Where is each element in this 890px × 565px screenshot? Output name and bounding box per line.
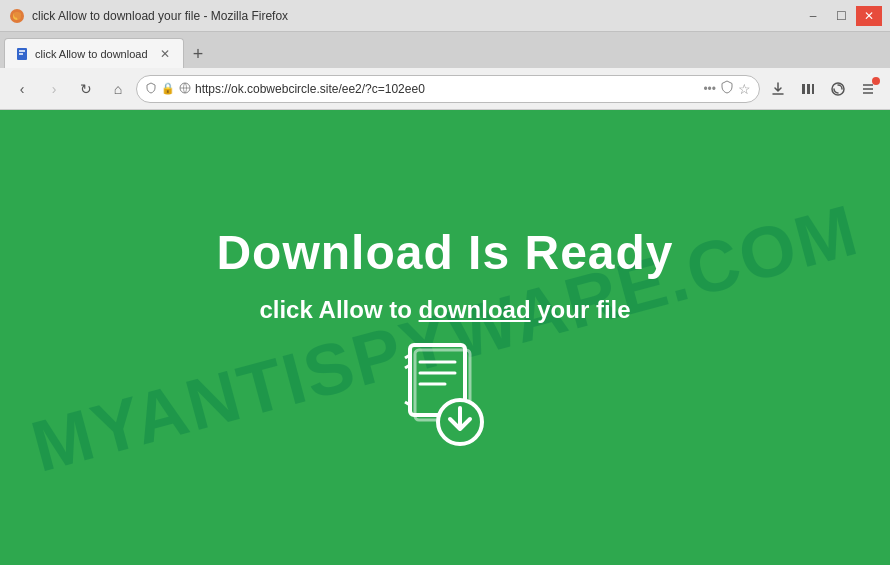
title-bar-controls: – ☐ ✕ [800,6,882,26]
home-button[interactable]: ⌂ [104,75,132,103]
toolbar-right [764,75,882,103]
notification-badge [872,77,880,85]
svg-rect-5 [807,84,810,94]
download-icon-container [395,340,495,450]
firefox-icon [8,7,26,25]
center-content: Download Is Ready click Allow to downloa… [216,225,673,450]
svg-rect-4 [802,84,805,94]
shield-verify-icon [720,80,734,97]
download-file-icon [395,340,495,450]
menu-button[interactable] [854,75,882,103]
close-button[interactable]: ✕ [856,6,882,26]
address-bar: ‹ › ↻ ⌂ 🔒 https://ok.cobwebcircle.site/e… [0,68,890,110]
tab-bar: click Allow to download ✕ + [0,32,890,68]
tab-title: click Allow to download [35,48,151,60]
tab-favicon-icon [15,47,29,61]
new-tab-button[interactable]: + [184,40,212,68]
title-bar: click Allow to download your file - Mozi… [0,0,890,32]
active-tab[interactable]: click Allow to download ✕ [4,38,184,68]
library-button[interactable] [794,75,822,103]
sync-button[interactable] [824,75,852,103]
title-bar-left: click Allow to download your file - Mozi… [8,7,288,25]
sub-text: click Allow to download your file [259,296,630,324]
browser-window: click Allow to download your file - Mozi… [0,0,890,565]
minimize-button[interactable]: – [800,6,826,26]
url-overflow: ••• [703,82,716,96]
sub-text-part1: click Allow to [259,296,418,323]
content-area: MYANTISPYWARE.COM Download Is Ready clic… [0,110,890,565]
url-bar[interactable]: 🔒 https://ok.cobwebcircle.site/ee2/?c=10… [136,75,760,103]
forward-button[interactable]: › [40,75,68,103]
lock-icon: 🔒 [161,82,175,95]
window-title: click Allow to download your file - Mozi… [32,9,288,23]
sub-text-underline: download [419,296,531,323]
svg-rect-6 [812,84,814,94]
downloads-button[interactable] [764,75,792,103]
star-bookmark-icon[interactable]: ☆ [738,81,751,97]
reload-button[interactable]: ↻ [72,75,100,103]
sub-text-part2: your file [531,296,631,323]
maximize-button[interactable]: ☐ [828,6,854,26]
main-title: Download Is Ready [216,225,673,280]
tab-close-button[interactable]: ✕ [157,46,173,62]
cert-icon [179,82,191,96]
url-text: https://ok.cobwebcircle.site/ee2/?c=102e… [195,82,699,96]
security-icon [145,82,157,96]
back-button[interactable]: ‹ [8,75,36,103]
